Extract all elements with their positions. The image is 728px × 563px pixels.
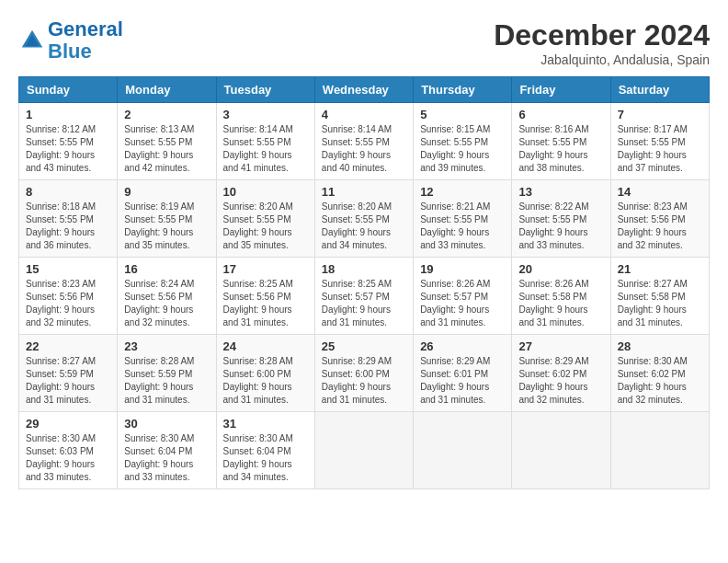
calendar-cell	[314, 412, 413, 489]
day-info: Sunrise: 8:30 AM Sunset: 6:04 PM Dayligh…	[223, 432, 308, 484]
day-info: Sunrise: 8:15 AM Sunset: 5:55 PM Dayligh…	[420, 123, 505, 175]
day-info: Sunrise: 8:28 AM Sunset: 6:00 PM Dayligh…	[223, 355, 308, 407]
day-number: 20	[518, 262, 603, 276]
calendar-cell: 31 Sunrise: 8:30 AM Sunset: 6:04 PM Dayl…	[216, 412, 314, 489]
day-number: 4	[322, 108, 406, 121]
calendar-cell: 24 Sunrise: 8:28 AM Sunset: 6:00 PM Dayl…	[216, 335, 314, 412]
day-info: Sunrise: 8:14 AM Sunset: 5:55 PM Dayligh…	[322, 123, 406, 175]
calendar-cell: 17 Sunrise: 8:25 AM Sunset: 5:56 PM Dayl…	[216, 258, 314, 335]
day-info: Sunrise: 8:20 AM Sunset: 5:55 PM Dayligh…	[322, 201, 406, 252]
calendar-cell	[414, 412, 512, 489]
day-number: 2	[124, 108, 209, 121]
month-title: December 2024	[494, 18, 710, 52]
calendar-cell: 14 Sunrise: 8:23 AM Sunset: 5:56 PM Dayl…	[610, 180, 709, 258]
calendar-cell: 25 Sunrise: 8:29 AM Sunset: 6:00 PM Dayl…	[314, 335, 413, 412]
day-number: 22	[26, 339, 110, 353]
day-number: 17	[223, 262, 308, 276]
calendar-cell: 16 Sunrise: 8:24 AM Sunset: 5:56 PM Dayl…	[118, 258, 216, 335]
page-header: General Blue December 2024 Jabalquinto, …	[18, 18, 710, 67]
calendar-table: SundayMondayTuesdayWednesdayThursdayFrid…	[18, 76, 710, 489]
calendar-cell: 26 Sunrise: 8:29 AM Sunset: 6:01 PM Dayl…	[414, 335, 512, 412]
day-number: 10	[223, 185, 308, 199]
calendar-week-row: 15 Sunrise: 8:23 AM Sunset: 5:56 PM Dayl…	[19, 258, 710, 335]
calendar-cell: 18 Sunrise: 8:25 AM Sunset: 5:57 PM Dayl…	[314, 258, 413, 335]
day-number: 30	[124, 417, 209, 431]
day-info: Sunrise: 8:17 AM Sunset: 5:55 PM Dayligh…	[618, 123, 702, 175]
day-number: 19	[420, 262, 505, 276]
day-info: Sunrise: 8:28 AM Sunset: 5:59 PM Dayligh…	[124, 355, 209, 407]
day-info: Sunrise: 8:25 AM Sunset: 5:57 PM Dayligh…	[322, 278, 406, 329]
logo-text: General Blue	[48, 18, 123, 63]
day-number: 7	[618, 108, 702, 121]
day-info: Sunrise: 8:27 AM Sunset: 5:58 PM Dayligh…	[618, 278, 702, 329]
day-number: 27	[518, 339, 603, 353]
day-info: Sunrise: 8:22 AM Sunset: 5:55 PM Dayligh…	[518, 201, 603, 252]
calendar-cell: 10 Sunrise: 8:20 AM Sunset: 5:55 PM Dayl…	[216, 180, 314, 258]
calendar-cell: 12 Sunrise: 8:21 AM Sunset: 5:55 PM Dayl…	[414, 180, 512, 258]
day-number: 13	[518, 185, 603, 199]
calendar-cell: 28 Sunrise: 8:30 AM Sunset: 6:02 PM Dayl…	[610, 335, 709, 412]
day-number: 18	[322, 262, 406, 276]
day-number: 26	[420, 339, 505, 353]
calendar-cell: 5 Sunrise: 8:15 AM Sunset: 5:55 PM Dayli…	[414, 103, 512, 180]
day-info: Sunrise: 8:30 AM Sunset: 6:02 PM Dayligh…	[618, 355, 702, 407]
day-number: 24	[223, 339, 308, 353]
day-number: 23	[124, 339, 209, 353]
day-info: Sunrise: 8:26 AM Sunset: 5:58 PM Dayligh…	[518, 278, 603, 329]
day-number: 29	[26, 417, 110, 431]
calendar-cell: 21 Sunrise: 8:27 AM Sunset: 5:58 PM Dayl…	[610, 258, 709, 335]
day-number: 5	[420, 108, 505, 121]
calendar-cell: 23 Sunrise: 8:28 AM Sunset: 5:59 PM Dayl…	[118, 335, 216, 412]
day-info: Sunrise: 8:23 AM Sunset: 5:56 PM Dayligh…	[618, 201, 702, 252]
day-number: 16	[124, 262, 209, 276]
calendar-week-row: 22 Sunrise: 8:27 AM Sunset: 5:59 PM Dayl…	[19, 335, 710, 412]
calendar-cell: 11 Sunrise: 8:20 AM Sunset: 5:55 PM Dayl…	[314, 180, 413, 258]
calendar-week-row: 1 Sunrise: 8:12 AM Sunset: 5:55 PM Dayli…	[19, 103, 710, 180]
logo-icon	[18, 27, 46, 54]
day-info: Sunrise: 8:30 AM Sunset: 6:04 PM Dayligh…	[124, 432, 209, 484]
title-section: December 2024 Jabalquinto, Andalusia, Sp…	[494, 18, 710, 67]
calendar-week-row: 8 Sunrise: 8:18 AM Sunset: 5:55 PM Dayli…	[19, 180, 710, 258]
weekday-header-row: SundayMondayTuesdayWednesdayThursdayFrid…	[19, 77, 710, 103]
day-number: 21	[618, 262, 702, 276]
day-info: Sunrise: 8:24 AM Sunset: 5:56 PM Dayligh…	[124, 278, 209, 329]
day-number: 3	[223, 108, 308, 121]
calendar-cell: 15 Sunrise: 8:23 AM Sunset: 5:56 PM Dayl…	[19, 258, 118, 335]
calendar-cell: 22 Sunrise: 8:27 AM Sunset: 5:59 PM Dayl…	[19, 335, 118, 412]
day-number: 14	[618, 185, 702, 199]
day-info: Sunrise: 8:29 AM Sunset: 6:02 PM Dayligh…	[518, 355, 603, 407]
day-number: 8	[26, 185, 110, 199]
weekday-header: Thursday	[414, 77, 512, 103]
calendar-cell: 27 Sunrise: 8:29 AM Sunset: 6:02 PM Dayl…	[512, 335, 610, 412]
day-info: Sunrise: 8:19 AM Sunset: 5:55 PM Dayligh…	[124, 201, 209, 252]
calendar-cell: 2 Sunrise: 8:13 AM Sunset: 5:55 PM Dayli…	[118, 103, 216, 180]
weekday-header: Monday	[118, 77, 216, 103]
calendar-cell: 9 Sunrise: 8:19 AM Sunset: 5:55 PM Dayli…	[118, 180, 216, 258]
calendar-cell: 29 Sunrise: 8:30 AM Sunset: 6:03 PM Dayl…	[19, 412, 118, 489]
calendar-cell: 13 Sunrise: 8:22 AM Sunset: 5:55 PM Dayl…	[512, 180, 610, 258]
day-info: Sunrise: 8:13 AM Sunset: 5:55 PM Dayligh…	[124, 123, 209, 175]
day-info: Sunrise: 8:30 AM Sunset: 6:03 PM Dayligh…	[26, 432, 110, 484]
day-info: Sunrise: 8:25 AM Sunset: 5:56 PM Dayligh…	[223, 278, 308, 329]
day-info: Sunrise: 8:27 AM Sunset: 5:59 PM Dayligh…	[26, 355, 110, 407]
calendar-cell	[610, 412, 709, 489]
day-info: Sunrise: 8:29 AM Sunset: 6:01 PM Dayligh…	[420, 355, 505, 407]
calendar-cell: 4 Sunrise: 8:14 AM Sunset: 5:55 PM Dayli…	[314, 103, 413, 180]
calendar-cell: 3 Sunrise: 8:14 AM Sunset: 5:55 PM Dayli…	[216, 103, 314, 180]
weekday-header: Saturday	[610, 77, 709, 103]
day-number: 28	[618, 339, 702, 353]
day-number: 25	[322, 339, 406, 353]
day-number: 15	[26, 262, 110, 276]
weekday-header: Tuesday	[216, 77, 314, 103]
day-info: Sunrise: 8:14 AM Sunset: 5:55 PM Dayligh…	[223, 123, 308, 175]
calendar-cell: 8 Sunrise: 8:18 AM Sunset: 5:55 PM Dayli…	[19, 180, 118, 258]
day-number: 6	[518, 108, 603, 121]
day-info: Sunrise: 8:20 AM Sunset: 5:55 PM Dayligh…	[223, 201, 308, 252]
day-info: Sunrise: 8:26 AM Sunset: 5:57 PM Dayligh…	[420, 278, 505, 329]
calendar-cell	[512, 412, 610, 489]
weekday-header: Friday	[512, 77, 610, 103]
location-title: Jabalquinto, Andalusia, Spain	[494, 52, 710, 67]
day-info: Sunrise: 8:21 AM Sunset: 5:55 PM Dayligh…	[420, 201, 505, 252]
day-info: Sunrise: 8:16 AM Sunset: 5:55 PM Dayligh…	[518, 123, 603, 175]
day-number: 11	[322, 185, 406, 199]
